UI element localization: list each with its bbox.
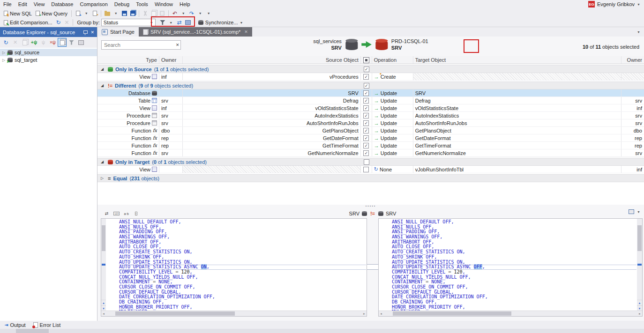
group-row-only-in-target[interactable]: ◢Only in Target (0 of 1 objects selected… — [97, 158, 644, 166]
object-row-SRV[interactable]: DatabaseSRV✓→UpdateSRV — [97, 89, 644, 97]
checkbox-checked[interactable]: ✓ — [364, 83, 369, 89]
checkbox-unchecked[interactable] — [363, 167, 369, 172]
column-header-owner[interactable]: Owner — [159, 56, 183, 64]
pin-icon[interactable] — [83, 30, 88, 34]
chevron-right-icon[interactable]: ▷ — [2, 51, 6, 55]
column-header-operation[interactable]: Operation — [372, 56, 413, 64]
object-row-GetTimeFormat[interactable]: FunctionfxrepGetTimeFormat✓→UpdateGetTim… — [97, 142, 644, 149]
checkbox-checked[interactable]: ✓ — [363, 113, 369, 118]
object-row-GetDateFormat[interactable]: FunctionfxrepGetDateFormat✓→UpdateGetDat… — [97, 134, 644, 142]
cut-button[interactable] — [141, 9, 150, 17]
menu-item-database[interactable]: Database — [48, 0, 76, 8]
report-button[interactable] — [184, 19, 192, 27]
redo-button[interactable]: ↷ — [187, 9, 196, 17]
column-header-source-object[interactable]: Source Object — [183, 56, 361, 64]
delete-button[interactable]: ✕ — [11, 38, 20, 47]
target-vertical-scrollbar[interactable]: ▲ ▼ — [637, 219, 642, 311]
row-checkbox-cell[interactable]: ✓ — [361, 119, 372, 126]
explorer-filter-button[interactable] — [67, 38, 76, 47]
swap-source-target-button[interactable]: ⇄ — [175, 19, 184, 27]
object-filter-button[interactable] — [76, 38, 85, 47]
menu-item-comparison[interactable]: Comparison — [76, 0, 111, 8]
search-input[interactable] — [102, 42, 173, 48]
menu-item-view[interactable]: View — [30, 0, 48, 8]
row-checkbox-cell[interactable]: ✓ — [361, 89, 372, 96]
group-checkbox-cell[interactable]: ✓ — [361, 66, 372, 73]
toolbar-overflow[interactable]: ▼ — [204, 9, 213, 17]
checkbox-checked[interactable]: ✓ — [363, 90, 369, 96]
new-item-button[interactable]: * — [90, 9, 99, 17]
new-comparison-button[interactable]: + — [74, 9, 82, 17]
output-tab[interactable]: ⇥ Output — [1, 321, 29, 329]
open-button[interactable] — [103, 9, 112, 17]
scrollbar-thumb[interactable] — [102, 225, 105, 251]
results-grid-icon[interactable] — [629, 209, 634, 214]
refresh-button[interactable]: ↻ — [1, 38, 10, 47]
row-checkbox-cell[interactable]: ✓ — [361, 142, 372, 149]
object-row-GetNumericNormalize[interactable]: FunctionfxsrvGetNumericNormalize✓→Update… — [97, 149, 644, 157]
new-sql-button[interactable]: ↯ New SQL — [2, 9, 34, 17]
group-by-select[interactable]: Status ▼ — [101, 19, 156, 26]
save-button[interactable] — [120, 9, 128, 17]
filter-dropdown[interactable]: ▼ — [167, 19, 175, 27]
checkbox-checked[interactable]: ✓ — [364, 67, 369, 72]
menu-item-tools[interactable]: Tools — [133, 0, 151, 8]
new-comparison-dropdown[interactable]: ▼ — [82, 9, 90, 17]
object-row-AutoIndexStatistics[interactable]: ProceduresrvAutoIndexStatistics✓→UpdateA… — [97, 112, 644, 119]
comparison-grid[interactable]: Type Owner Source Object Operation Targe… — [97, 56, 644, 205]
checkbox-checked[interactable]: ✓ — [363, 128, 369, 133]
new-connection-button[interactable]: +ψ — [30, 38, 38, 47]
group-expander[interactable]: ◢ — [97, 158, 107, 165]
column-header-owner2[interactable]: Owner — [622, 56, 644, 64]
edit-comparison-button[interactable]: ✎ Edit Comparison... — [2, 19, 54, 27]
tab-list-dropdown[interactable]: ▼ — [637, 27, 644, 37]
undo-button[interactable]: ↶ — [171, 9, 179, 17]
row-checkbox-cell[interactable]: ✓ — [361, 127, 372, 134]
group-row-different[interactable]: ◢!=Different (9 of 9 objects selected)✓ — [97, 81, 644, 89]
undo-dropdown[interactable]: ▼ — [179, 9, 187, 17]
checkbox-checked[interactable]: ✓ — [363, 98, 369, 104]
checkbox-checked[interactable]: ✓ — [363, 150, 369, 156]
chevron-down-icon[interactable]: ▼ — [637, 210, 640, 214]
duplicate-button[interactable] — [20, 38, 29, 47]
group-checkbox-cell[interactable] — [361, 158, 372, 165]
row-checkbox-cell[interactable]: ✓ — [361, 97, 372, 104]
clear-search-icon[interactable]: ✕ — [173, 43, 182, 47]
menu-item-edit[interactable]: Edit — [15, 0, 30, 8]
menu-item-window[interactable]: Window — [151, 0, 176, 8]
source-sql-pane[interactable]: ▲ ▼ ANSI_NULL_DEFAULT OFF,ANSI_NULLS OFF… — [101, 218, 367, 317]
filter-button[interactable] — [158, 19, 167, 27]
row-checkbox-cell[interactable]: ✓ — [361, 112, 372, 119]
source-vertical-scrollbar[interactable]: ▲ ▼ — [101, 219, 106, 311]
tab-schema-comparison[interactable]: SRV (sql_service...-1CSQL-01).scomp* ✕ — [139, 27, 252, 37]
scrollbar-thumb[interactable] — [115, 311, 235, 316]
show-documents-button[interactable] — [58, 38, 67, 47]
previous-difference-button[interactable]: ▲ — [101, 300, 106, 305]
scroll-left-icon[interactable]: ◄ — [101, 311, 106, 316]
object-row-AutoShortInfoRunJobs[interactable]: ProceduresrvAutoShortInfoRunJobs✓→Update… — [97, 119, 644, 127]
copy-button[interactable] — [150, 9, 158, 17]
chevron-right-icon[interactable]: ▷ — [2, 58, 6, 62]
refresh-comparison-button[interactable]: ↻ — [54, 19, 62, 27]
object-row-vOldStatisticsState[interactable]: ViewinfvOldStatisticsState✓→UpdatevOldSt… — [97, 104, 644, 112]
object-row-GetPlansObject[interactable]: FunctionfxdboGetPlansObject✓→UpdateGetPl… — [97, 127, 644, 134]
source-horizontal-scrollbar[interactable]: ◄ ► — [101, 311, 367, 316]
scroll-left-icon[interactable]: ◄ — [379, 311, 383, 316]
error-list-tab[interactable]: Error List — [30, 321, 64, 329]
menu-item-debug[interactable]: Debug — [111, 0, 133, 8]
row-checkbox-cell[interactable] — [361, 166, 372, 173]
synchronize-button[interactable]: Synchronize... ▼ — [196, 19, 245, 27]
row-checkbox-cell[interactable]: ✓ — [361, 134, 372, 141]
menu-item-help[interactable]: Help — [176, 0, 194, 8]
connect-button[interactable]: ψ — [39, 38, 48, 47]
checkbox-unchecked[interactable] — [364, 159, 369, 165]
stop-button[interactable]: ✕ — [62, 19, 71, 27]
column-header-type[interactable]: Type — [107, 56, 159, 64]
group-expander[interactable]: ◢ — [97, 66, 107, 73]
close-icon[interactable]: ✕ — [244, 30, 248, 34]
group-row-only-in-source[interactable]: ◢Only in Source (1 of 1 objects selected… — [97, 65, 644, 73]
group-expander[interactable]: ◢ — [97, 82, 107, 89]
column-header-select-all[interactable] — [361, 56, 372, 64]
checkbox-checked[interactable]: ✓ — [363, 105, 369, 111]
open-dropdown[interactable]: ▼ — [112, 9, 120, 17]
